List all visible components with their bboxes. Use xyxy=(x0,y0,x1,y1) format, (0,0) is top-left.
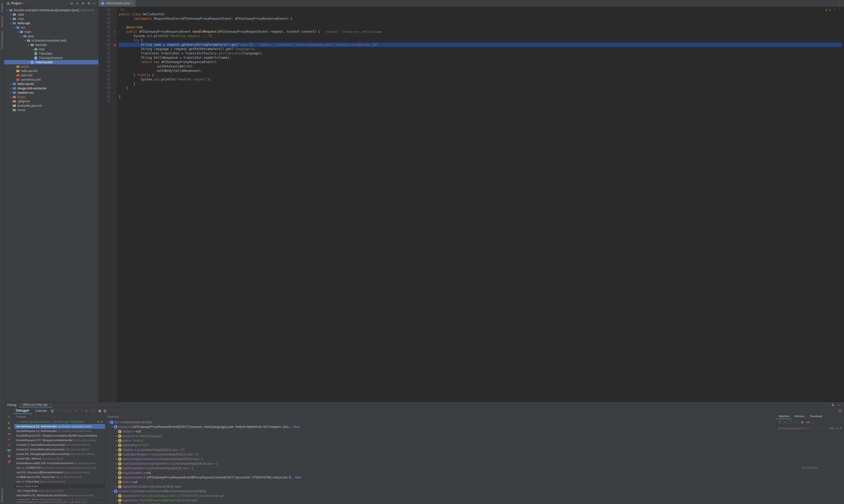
variable-row[interactable]: fbody=null xyxy=(105,480,776,484)
variable-row[interactable]: fdeadline=1660421845095 xyxy=(105,503,776,504)
editor-content[interactable]: 1213141516171819202122232425262728293031… xyxy=(99,7,844,402)
frame-row[interactable]: lambda$execute$3:184, FunctionEnvironmen… xyxy=(14,461,105,465)
tree-row[interactable]: .gitignore xyxy=(4,99,98,103)
tree-row[interactable]: ▸impl xyxy=(4,47,98,51)
hide-icon[interactable]: — xyxy=(92,1,96,5)
tree-row[interactable]: mvnw xyxy=(4,108,98,112)
tree-row[interactable]: ▸hello-world xyxy=(4,82,98,86)
next-highlight-icon[interactable]: ˅ xyxy=(838,8,842,12)
editor-tab-hellohandler[interactable]: C HelloHandler.java × xyxy=(99,0,136,7)
frame-row[interactable]: invoke:43, DelegatingMethodAccessorImpl … xyxy=(14,452,105,456)
gutter-structure[interactable]: Structure xyxy=(0,14,4,29)
tree-row[interactable]: hello-api.iml xyxy=(4,69,98,73)
breakpoints-icon[interactable]: ● xyxy=(7,437,11,442)
warning-icon[interactable]: ⚠ xyxy=(825,8,828,12)
expand-icon[interactable]: ⤢ xyxy=(839,426,842,430)
debug-run-config[interactable]: λ [MerLoc] hello-api × xyxy=(19,402,53,408)
variable-row[interactable]: ▾pcontext={LambdaContextFactory$EnvVarAw… xyxy=(105,489,776,493)
frame-row[interactable]: run:-1, 1134803739 (io.thundra.merloc.aw… xyxy=(14,465,105,470)
tab-overhead[interactable]: Overhead xyxy=(807,414,825,419)
tree-row[interactable]: ▾java xyxy=(4,34,98,38)
frame-row[interactable]: submit:117, AbstractExecutorService (jav… xyxy=(14,498,105,500)
trace-icon[interactable]: ▥ xyxy=(103,409,107,413)
step-back-icon[interactable]: ← xyxy=(59,409,63,413)
tree-row[interactable]: pom.xml xyxy=(4,73,98,77)
watches-lang[interactable]: Java xyxy=(828,427,836,430)
gear-icon[interactable]: ⚙ xyxy=(831,403,835,407)
add-watch-icon[interactable]: + xyxy=(778,420,782,424)
tab-debugger[interactable]: Debugger xyxy=(13,408,32,414)
close-icon[interactable]: × xyxy=(131,2,133,5)
variable-row[interactable]: ▸frequestId="4017d650-a4f7-4a40-9d2f-dd3… xyxy=(105,498,776,503)
tab-memory[interactable]: Memory xyxy=(792,414,807,419)
variable-row[interactable]: ▸fhttpMethod="GET" xyxy=(105,443,776,448)
prev-highlight-icon[interactable]: ˄ xyxy=(832,8,836,12)
tree-row[interactable]: ▾main xyxy=(4,30,98,34)
force-step-into-icon[interactable]: ⇓ xyxy=(74,409,78,413)
up-icon[interactable]: ˄ xyxy=(789,420,793,424)
variable-row[interactable]: ▸fresource="/hello/{language}" xyxy=(105,434,776,438)
camera-icon[interactable]: 📷 xyxy=(7,449,11,453)
glasses-icon[interactable]: 👓 xyxy=(806,420,810,424)
tree-row[interactable]: examples-java.iml xyxy=(4,103,98,108)
run-to-cursor-icon[interactable]: →| xyxy=(89,409,93,413)
tab-console[interactable]: Console xyxy=(33,408,49,414)
frame-row[interactable]: handleRequest:197, WrapperLambdaHandler$… xyxy=(14,433,105,438)
pin-icon[interactable]: 📌 xyxy=(7,460,11,464)
variable-row[interactable]: ▸fqueryStringParameters={LinkedHashMap@3… xyxy=(105,457,776,461)
frame-row[interactable]: handleRequest:137, WrapperLambdaHandler … xyxy=(14,438,105,443)
step-out-icon[interactable]: ↑ xyxy=(79,409,83,413)
mute-breakpoints-icon[interactable]: ⊘ xyxy=(7,443,11,447)
project-tree[interactable]: ▾thundra-examples-lambda-java [examples-… xyxy=(4,7,98,402)
tree-row[interactable]: ▾src xyxy=(4,25,98,30)
settings-icon[interactable]: ⚙ xyxy=(7,454,11,458)
frame-row[interactable]: run:-1, FutureTask (java.util.concurrent… xyxy=(14,479,105,484)
close-icon[interactable]: × xyxy=(50,403,51,406)
evaluate-icon[interactable]: ▦ xyxy=(98,409,102,413)
variable-row[interactable]: fversion=null xyxy=(105,429,776,434)
gutter-pull-requests[interactable]: Pull Requests xyxy=(0,29,4,51)
frame-row[interactable]: invoke0:-1, NativeMethodAccessorImpl (jd… xyxy=(14,443,105,447)
tab-watches[interactable]: Watches xyxy=(776,414,792,419)
tree-row[interactable]: ▾io.thundra.examples.hello xyxy=(4,38,98,43)
more-icon[interactable]: ⋮ xyxy=(838,1,842,5)
resume-icon[interactable]: ▶ xyxy=(7,420,11,425)
tree-row[interactable]: ▾translate xyxy=(4,43,98,47)
variable-row[interactable]: ▾pthis={HelloHandler@3606} xyxy=(105,420,776,425)
gear-icon[interactable]: ⚙ xyxy=(87,1,91,5)
tree-row[interactable]: ▸.idea xyxy=(4,12,98,17)
tree-row[interactable]: ▸readme-src xyxy=(4,90,98,95)
variables-list[interactable]: ▾pthis={HelloHandler@3606}▸prequest={API… xyxy=(105,419,776,504)
tree-row[interactable]: serverless.yml xyxy=(4,77,98,82)
frame-row[interactable]: invoke:566, Method (java.lang.reflect) xyxy=(14,456,105,461)
gutter-bookmarks[interactable]: Bookmarks xyxy=(0,486,4,504)
drop-frame-icon[interactable]: ↯ xyxy=(84,409,88,413)
frame-row[interactable]: handleRequest:20, HelloHandler (io.thund… xyxy=(14,424,105,429)
step-over-icon[interactable]: ⤻ xyxy=(64,409,68,413)
variable-row[interactable]: ▸frequestContext={APIGatewayProxyRequest… xyxy=(105,475,776,480)
target-icon[interactable]: ◎ xyxy=(70,1,74,5)
variable-row[interactable]: ▸fmultiValueQueryStringParameters={Linke… xyxy=(105,461,776,466)
variable-row[interactable]: ▸fpathParameters={LinkedHashMap@3626} si… xyxy=(105,466,776,471)
stop-icon[interactable]: ■ xyxy=(7,432,11,436)
evaluate-input[interactable] xyxy=(778,427,828,430)
hide-icon[interactable]: — xyxy=(837,403,841,407)
tree-row[interactable]: ▸.mvn xyxy=(4,17,98,21)
expand-icon[interactable]: ≡ xyxy=(75,1,80,5)
chevron-down-icon[interactable]: ▼ xyxy=(23,2,25,5)
project-view-icon[interactable]: ▤ xyxy=(6,1,10,5)
frame-row[interactable]: invoke:62, NativeMethodAccessorImpl (jdk… xyxy=(14,447,105,452)
layout-icon[interactable]: ◫ xyxy=(838,409,842,413)
pause-icon[interactable]: ⏸ xyxy=(7,426,11,430)
variable-row[interactable]: ▸prequest={APIGatewayProxyRequestEvent@3… xyxy=(105,425,776,429)
frame-row[interactable]: :151, FutureTask (java.util.concurrent) xyxy=(14,488,105,493)
frame-row[interactable]: newTaskFor:93, AbstractExecutorService (… xyxy=(14,493,105,498)
code-area[interactable]: */public class HelloHandler implements R… xyxy=(117,7,844,402)
variable-row[interactable]: ▸ffunctionArn="arn:aws:lambda:us-west-2:… xyxy=(105,493,776,498)
collapse-icon[interactable]: ≣ xyxy=(81,1,85,5)
variable-row[interactable]: ▸fheaders={LinkedHashMap@3622} size = 27 xyxy=(105,448,776,452)
threads-icon[interactable]: ▤ xyxy=(50,409,54,413)
variable-row[interactable]: ▸fmultiValueHeaders={LinkedHashMap@3623}… xyxy=(105,452,776,457)
variable-row[interactable]: ▸fisBase64Encoded={Boolean@3628} false xyxy=(105,484,776,489)
frame-row[interactable]: handleRequest:13, HelloHandler (io.thund… xyxy=(14,429,105,433)
